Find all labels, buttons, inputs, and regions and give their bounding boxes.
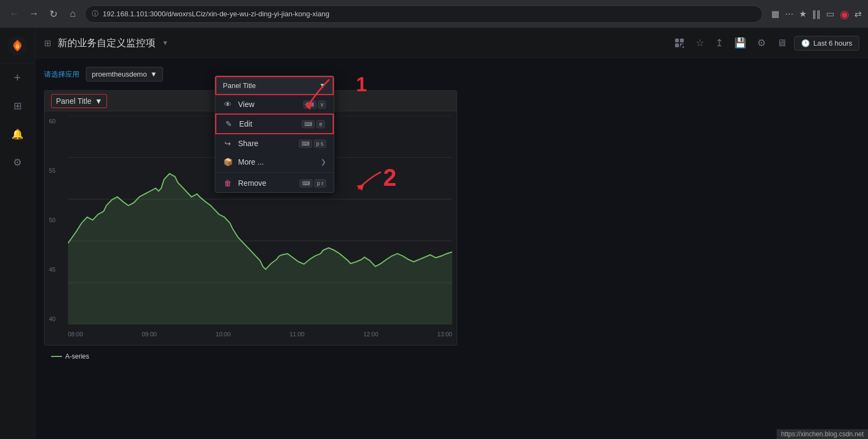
share-icon: ↪ xyxy=(223,139,233,148)
more-label: More ... xyxy=(238,158,264,166)
edit-icon: ✎ xyxy=(224,120,234,128)
remove-label: Remove xyxy=(238,179,266,187)
back-forward-icon[interactable]: ⇄ xyxy=(854,9,861,19)
edit-shortcut-kbd: ⌨ xyxy=(302,120,315,128)
context-menu-item-share[interactable]: ↪ Share ⌨ p s xyxy=(215,134,334,153)
remove-shortcut-key: p r xyxy=(314,179,326,187)
top-bar-actions: + ☆ ↥ 💾 ⚙ 🖥 🕐 Last 6 hours xyxy=(671,34,859,52)
trash-icon: 🗑 xyxy=(223,179,233,187)
forward-button[interactable]: → xyxy=(26,7,41,22)
y-label-50: 50 xyxy=(49,217,68,223)
dashboard-dropdown-arrow[interactable]: ▼ xyxy=(162,39,168,47)
chart-legend: A-series xyxy=(51,353,89,360)
top-bar: ⊞ 新的业务自定义监控项 ▼ + ☆ ↥ 💾 ⚙ xyxy=(35,28,868,58)
lock-icon: ⓘ xyxy=(92,9,98,18)
panel-title-text: Panel Title xyxy=(56,97,91,105)
browser-right-actions: ▦ ⋯ ★ ‖‖ ▭ ◉ ⇄ xyxy=(771,8,861,21)
sidebar-item-alerts[interactable]: 🔔 xyxy=(0,120,35,148)
view-label: View xyxy=(238,100,254,109)
remove-shortcut: ⌨ p r xyxy=(299,179,326,187)
qr-icon[interactable]: ▦ xyxy=(771,9,779,19)
context-menu-divider xyxy=(215,172,334,173)
context-menu-header[interactable]: Panel Title ▼ xyxy=(215,76,334,95)
dashboard-title: 新的业务自定义监控项 xyxy=(58,36,155,49)
dashboards-icon: ⊞ xyxy=(14,100,22,112)
svg-rect-3 xyxy=(680,39,684,42)
svg-text:+: + xyxy=(682,44,685,48)
main-content: ⊞ 新的业务自定义监控项 ▼ + ☆ ↥ 💾 ⚙ xyxy=(35,28,868,439)
address-bar[interactable]: ⓘ 192.168.1.101:3000/d/woxrsLCiz/xin-de-… xyxy=(85,5,763,23)
sidebar: + ⊞ 🔔 ⚙ xyxy=(0,28,35,439)
home-button[interactable]: ⌂ xyxy=(65,7,80,22)
dashboard-area: 请选择应用 proemtheusdemo ▼ Panel Title ▼ xyxy=(35,58,868,439)
browser-toolbar: ← → ↻ ⌂ ⓘ 192.168.1.101:3000/d/woxrsLCiz… xyxy=(0,0,868,28)
chart-x-labels: 08:00 09:00 10:00 11:00 12:00 13:00 xyxy=(68,328,452,341)
context-menu-item-edit[interactable]: ✎ Edit ⌨ e xyxy=(215,114,334,134)
bookmarks-icon[interactable]: ‖‖ xyxy=(812,9,821,19)
x-label-1100: 11:00 xyxy=(290,331,305,337)
more-icon[interactable]: ⋯ xyxy=(785,9,794,19)
svg-point-1 xyxy=(15,45,19,48)
remove-shortcut-kbd: ⌨ xyxy=(299,179,313,187)
browser-footer: https://xinchen.blog.csdn.net xyxy=(777,429,868,439)
sidebar-item-settings[interactable]: ⚙ xyxy=(0,148,35,177)
back-button[interactable]: ← xyxy=(7,7,22,22)
context-menu: Panel Title ▼ 👁 View ⌨ v ✎ Edit xyxy=(215,76,334,193)
edit-shortcut-key: e xyxy=(316,120,325,128)
chevron-right-icon: ❯ xyxy=(321,158,326,166)
view-shortcut-kbd: ⌨ xyxy=(303,101,316,109)
edit-shortcut: ⌨ e xyxy=(302,120,325,128)
time-picker-label: Last 6 hours xyxy=(813,39,852,47)
url-text: 192.168.1.101:3000/d/woxrsLCiz/xin-de-ye… xyxy=(103,10,329,18)
app-container: + ⊞ 🔔 ⚙ ⊞ 新的业务自定义监控项 ▼ xyxy=(0,28,868,439)
context-menu-item-remove[interactable]: 🗑 Remove ⌨ p r xyxy=(215,174,334,192)
x-label-0800: 08:00 xyxy=(68,331,83,337)
gear-icon: ⚙ xyxy=(13,156,22,168)
legend-label: A-series xyxy=(65,353,89,360)
sidebar-logo[interactable] xyxy=(0,28,35,64)
edit-label: Edit xyxy=(239,120,252,128)
share-shortcut: ⌨ p s xyxy=(299,140,326,148)
context-menu-item-view[interactable]: 👁 View ⌨ v xyxy=(215,95,334,114)
share-shortcut-kbd: ⌨ xyxy=(299,140,312,148)
y-label-55: 55 xyxy=(49,167,68,174)
chart-y-labels: 60 55 50 45 40 xyxy=(49,116,68,324)
context-menu-item-more[interactable]: 📦 More ... ❯ xyxy=(215,153,334,171)
svg-rect-2 xyxy=(675,39,679,42)
view-icon: 👁 xyxy=(223,100,233,109)
filter-value: proemtheusdemo xyxy=(92,70,147,78)
x-label-0900: 09:00 xyxy=(142,331,157,337)
tv-mode-button[interactable]: 🖥 xyxy=(773,34,790,52)
y-label-45: 45 xyxy=(49,266,68,273)
dashboard-settings-button[interactable]: ⚙ xyxy=(754,34,769,52)
footer-url: https://xinchen.blog.csdn.net xyxy=(781,430,864,438)
dashboard-grid-icon: ⊞ xyxy=(44,38,51,48)
sidebar-item-dashboards[interactable]: ⊞ xyxy=(0,92,35,120)
star-icon[interactable]: ★ xyxy=(799,9,807,19)
time-picker-button[interactable]: 🕐 Last 6 hours xyxy=(794,36,859,51)
sidebar-item-add[interactable]: + xyxy=(0,64,35,92)
legend-line xyxy=(51,356,62,357)
reader-icon[interactable]: ▭ xyxy=(826,9,834,19)
filter-bar: 请选择应用 proemtheusdemo ▼ xyxy=(44,67,859,81)
addon-red-icon[interactable]: ◉ xyxy=(840,8,849,21)
clock-icon: 🕐 xyxy=(801,39,810,47)
add-panel-button[interactable]: + xyxy=(671,34,688,52)
share-shortcut-key: p s xyxy=(314,140,326,148)
x-label-1200: 12:00 xyxy=(364,331,379,337)
view-shortcut: ⌨ v xyxy=(303,101,326,109)
save-dashboard-button[interactable]: 💾 xyxy=(731,34,750,52)
y-label-40: 40 xyxy=(49,316,68,322)
favorite-button[interactable]: ☆ xyxy=(692,34,708,52)
context-menu-header-arrow: ▼ xyxy=(319,81,326,90)
svg-rect-4 xyxy=(675,43,679,47)
panel-title-arrow: ▼ xyxy=(95,97,102,105)
app-filter-select[interactable]: proemtheusdemo ▼ xyxy=(86,67,163,81)
panel-title-button[interactable]: Panel Title ▼ xyxy=(51,94,107,108)
share-dashboard-button[interactable]: ↥ xyxy=(712,34,727,52)
more-cube-icon: 📦 xyxy=(223,158,233,166)
bell-icon: 🔔 xyxy=(11,128,23,140)
filter-dropdown-arrow: ▼ xyxy=(150,70,157,78)
reload-button[interactable]: ↻ xyxy=(46,7,61,22)
view-shortcut-key: v xyxy=(318,101,326,109)
